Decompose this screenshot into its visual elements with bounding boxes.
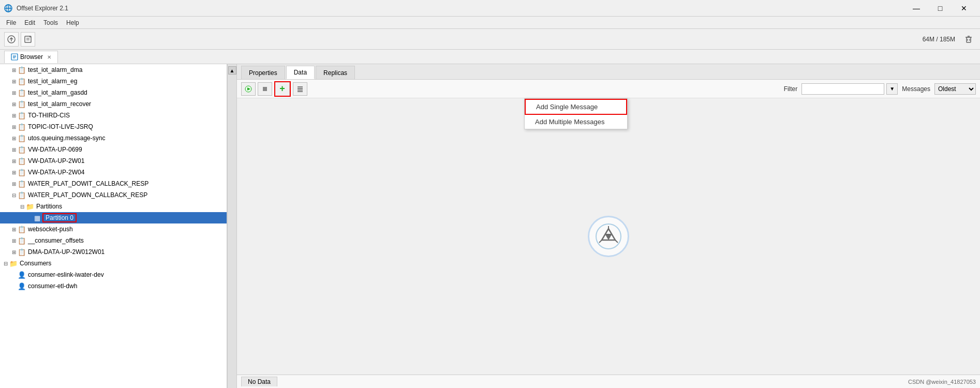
trash-button[interactable] [961, 32, 976, 47]
tree-item-websocket-push[interactable]: ⊞ 📋 websocket-push [0, 223, 227, 235]
lines-button[interactable] [293, 82, 307, 96]
partition-icon: ▦ [34, 214, 40, 222]
filter-input[interactable] [801, 83, 884, 95]
no-data-tab[interactable]: No Data [241, 377, 277, 386]
menu-file[interactable]: File [2, 18, 20, 27]
tree-label: VW-DATA-UP-0699 [28, 146, 82, 153]
browser-tab-label: Browser [20, 53, 43, 61]
toolbar-btn2[interactable] [21, 32, 35, 47]
maximize-button[interactable]: □ [928, 0, 952, 17]
tree-label: TOPIC-IOT-LIVE-JSRQ [28, 123, 93, 130]
content-body [237, 98, 980, 375]
expand-icon: ⊞ [10, 238, 18, 244]
memory-display: 64M / 185M [923, 36, 955, 43]
tree-label: VW-DATA-UP-2W04 [28, 169, 84, 176]
tree-item-consumer-etl-dwh[interactable]: 👤 consumer-etl-dwh [0, 280, 227, 292]
tree-label: test_iot_alarm_eg [28, 78, 77, 85]
tree-label: WATER_PLAT_DOWN_CALLBACK_RESP [28, 191, 147, 199]
filter-down-arrow[interactable]: ▼ [886, 83, 898, 95]
topic-icon: 📋 [18, 146, 26, 154]
tree-label: test_iot_alarm_dma [28, 66, 82, 73]
tree-label: utos.queuing.message-sync [28, 135, 105, 142]
tree-label: TO-THIRD-CIS [28, 112, 70, 119]
tree-item-test-iot-alarm-recover[interactable]: ⊞ 📋 test_iot_alarm_recover [0, 98, 227, 110]
tree-item-topic-iot-live-jsrq[interactable]: ⊞ 📋 TOPIC-IOT-LIVE-JSRQ [0, 121, 227, 132]
partition-label: Partition 0 [42, 213, 77, 222]
tree-item-consumer-offsets[interactable]: ⊞ 📋 __consumer_offsets [0, 235, 227, 246]
add-single-message-item[interactable]: Add Single Message [525, 99, 627, 115]
tree-item-consumer-eslink[interactable]: 👤 consumer-eslink-iwater-dev [0, 269, 227, 280]
tree-item-test-iot-alarm-eg[interactable]: ⊞ 📋 test_iot_alarm_eg [0, 76, 227, 87]
tree-item-to-third-cis[interactable]: ⊞ 📋 TO-THIRD-CIS [0, 110, 227, 121]
topic-icon: 📋 [18, 66, 26, 74]
add-message-button[interactable]: + [275, 82, 290, 96]
browser-tab-bar: Browser ✕ [0, 50, 980, 64]
filter-label: Filter [784, 85, 798, 93]
sidebar-tree: ⊞ 📋 test_iot_alarm_dma ⊞ 📋 test_iot_alar… [0, 64, 228, 388]
expand-icon: ⊟ [2, 261, 9, 266]
tree-label: VW-DATA-UP-2W01 [28, 157, 84, 165]
tab-properties[interactable]: Properties [241, 66, 285, 79]
svg-rect-20 [263, 87, 267, 91]
expand-icon: ⊞ [10, 147, 18, 153]
tree-label: test_iot_alarm_gasdd [28, 89, 87, 96]
topic-icon: 📋 [18, 78, 26, 85]
topic-icon: 📋 [18, 248, 26, 256]
tree-item-test-iot-alarm-dma[interactable]: ⊞ 📋 test_iot_alarm_dma [0, 64, 227, 76]
tree-label: consumer-eslink-iwater-dev [28, 271, 104, 278]
close-button[interactable]: ✕ [952, 0, 976, 17]
toolbar-btn1[interactable] [4, 32, 19, 47]
tree-label: __consumer_offsets [28, 237, 84, 244]
menu-tools[interactable]: Tools [39, 18, 62, 27]
tree-item-vw-data-2w01[interactable]: ⊞ 📋 VW-DATA-UP-2W01 [0, 155, 227, 167]
topic-icon: 📋 [18, 237, 26, 245]
browser-tab-close[interactable]: ✕ [47, 54, 51, 60]
browser-tab[interactable]: Browser ✕ [4, 51, 58, 63]
add-dropdown-menu: Add Single Message Add Multiple Messages [524, 98, 628, 129]
tree-item-test-iot-alarm-gasdd[interactable]: ⊞ 📋 test_iot_alarm_gasdd [0, 87, 227, 98]
tree-item-partitions[interactable]: ⊟ 📁 Partitions [0, 201, 227, 212]
expand-icon: ⊞ [10, 158, 18, 164]
tree-item-dma-data-up[interactable]: ⊞ 📋 DMA-DATA-UP-2W012W01 [0, 246, 227, 258]
svg-line-29 [615, 240, 618, 243]
expand-icon: ⊞ [10, 181, 18, 187]
tree-item-partition-0[interactable]: ▦ Partition 0 [0, 212, 227, 223]
tree-label: WATER_PLAT_DOWIT_CALLBACK_RESP [28, 180, 149, 187]
tree-item-water-plat-dowit[interactable]: ⊞ 📋 WATER_PLAT_DOWIT_CALLBACK_RESP [0, 178, 227, 189]
add-multiple-messages-item[interactable]: Add Multiple Messages [525, 115, 627, 129]
expand-icon: ⊞ [10, 136, 18, 141]
tree-item-vw-data-0699[interactable]: ⊞ 📋 VW-DATA-UP-0699 [0, 144, 227, 155]
tree-label: Consumers [20, 260, 51, 267]
consumer-icon: 👤 [18, 271, 26, 279]
title-bar: Offset Explorer 2.1 — □ ✕ [0, 0, 980, 17]
messages-select[interactable]: Oldest Newest [934, 83, 976, 95]
scroll-up-btn[interactable]: ▲ [228, 66, 236, 74]
topic-icon: 📋 [18, 180, 26, 188]
tree-label: websocket-push [28, 226, 73, 233]
topic-icon: 📋 [18, 157, 26, 165]
minimize-button[interactable]: — [904, 0, 928, 17]
topic-icon: 📋 [18, 89, 26, 97]
tab-replicas[interactable]: Replicas [316, 66, 355, 79]
tree-label: DMA-DATA-UP-2W012W01 [28, 248, 105, 256]
tree-item-consumers[interactable]: ⊟ 📁 Consumers [0, 258, 227, 269]
status-text: CSDN @weixin_41827053 [908, 379, 976, 385]
menu-edit[interactable]: Edit [20, 18, 39, 27]
topic-icon: 📋 [18, 135, 26, 142]
logo-watermark [588, 216, 629, 257]
stop-button[interactable] [258, 82, 272, 96]
tab-data[interactable]: Data [286, 66, 315, 79]
tree-label: consumer-etl-dwh [28, 282, 77, 290]
tree-item-utos-queuing[interactable]: ⊞ 📋 utos.queuing.message-sync [0, 132, 227, 144]
topic-icon: 📋 [18, 123, 26, 131]
expand-icon: ⊞ [10, 67, 18, 73]
add-button-box: + [274, 81, 291, 97]
content-tabs: Properties Data Replicas [237, 64, 980, 80]
menu-help[interactable]: Help [62, 18, 83, 27]
topic-icon: 📋 [18, 191, 26, 199]
title-bar-left: Offset Explorer 2.1 [4, 4, 68, 12]
tree-item-water-plat-down[interactable]: ⊟ 📋 WATER_PLAT_DOWN_CALLBACK_RESP [0, 189, 227, 201]
tree-item-vw-data-2w04[interactable]: ⊞ 📋 VW-DATA-UP-2W04 [0, 167, 227, 178]
play-button[interactable] [241, 82, 256, 96]
expand-icon: ⊞ [10, 227, 18, 232]
